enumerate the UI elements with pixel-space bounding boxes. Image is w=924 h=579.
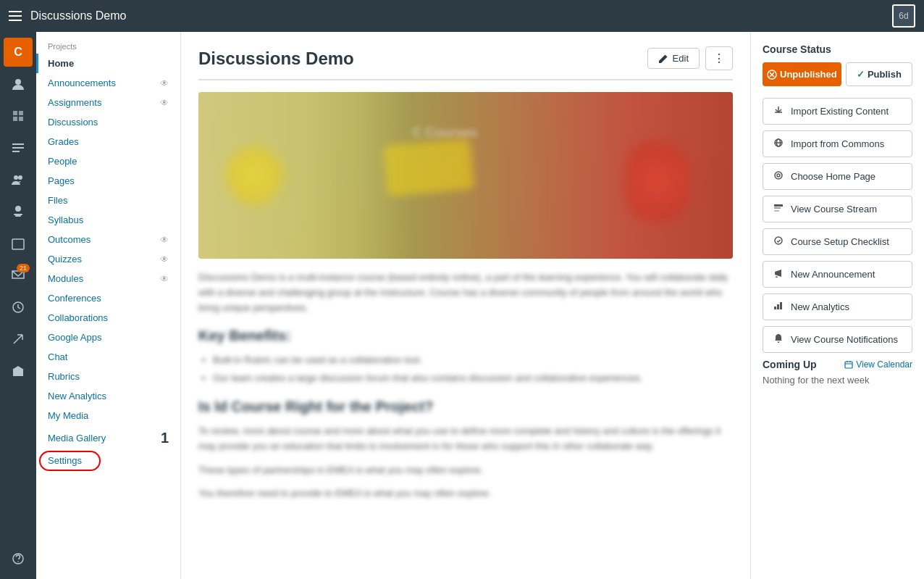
svg-point-1 <box>14 175 18 180</box>
course-setup-checklist-button[interactable]: Course Setup Checklist <box>763 228 912 255</box>
sidebar-item-outcomes[interactable]: Outcomes 👁 <box>36 230 180 249</box>
nav-inbox[interactable]: 21 <box>4 261 33 290</box>
sidebar-item-syllabus[interactable]: Syllabus <box>36 210 180 230</box>
notifications-icon <box>772 333 785 346</box>
import-existing-label: Import Existing Content <box>791 106 889 117</box>
topbar-avatar[interactable]: 6d <box>892 4 915 28</box>
nav-institutions[interactable] <box>4 357 33 386</box>
sidebar-item-google-apps[interactable]: Google Apps <box>36 328 180 347</box>
sidebar-item-people[interactable]: People <box>36 151 180 171</box>
new-announcement-label: New Announcement <box>791 269 875 280</box>
nav-help[interactable] <box>4 544 33 573</box>
course-hero-image: C Courses <box>198 92 733 259</box>
unpublished-button[interactable]: Unpublished <box>763 62 841 86</box>
course-body-para-1: Discussions Demo is a multi-instance cou… <box>198 270 733 315</box>
course-body-heading-1: Key Benefits: <box>198 324 733 347</box>
nav-calendar[interactable] <box>4 229 33 258</box>
sidebar-item-modules[interactable]: Modules 👁 <box>36 269 180 288</box>
assignments-eye-icon: 👁 <box>160 98 169 108</box>
sidebar-item-media-gallery[interactable]: Media Gallery 1 <box>36 425 180 451</box>
view-course-notifications-button[interactable]: View Course Notifications <box>763 326 912 353</box>
nav-courses[interactable] <box>4 133 33 162</box>
nav-commons[interactable] <box>4 325 33 354</box>
inbox-badge: 21 <box>17 264 30 272</box>
nav-account[interactable] <box>4 70 33 99</box>
svg-point-15 <box>777 174 780 177</box>
announcement-icon <box>772 268 785 280</box>
publish-check-icon: ✓ <box>857 69 865 80</box>
nav-dashboard[interactable] <box>4 101 33 130</box>
sidebar-item-files[interactable]: Files <box>36 191 180 210</box>
sidebar-item-grades[interactable]: Grades <box>36 132 180 151</box>
sidebar-modules-label: Modules <box>48 273 83 284</box>
svg-point-19 <box>775 237 782 244</box>
sidebar: Projects Home Announcements 👁 Assignment… <box>36 32 181 579</box>
svg-rect-21 <box>777 304 779 309</box>
svg-rect-18 <box>774 210 779 212</box>
import-existing-icon <box>772 105 785 117</box>
nav-groups[interactable] <box>4 165 33 194</box>
svg-point-3 <box>15 206 21 212</box>
nothing-text: Nothing for the next week <box>763 375 912 386</box>
course-body-para-4: You therefore need to provide to EMEA is… <box>198 486 733 501</box>
unpublished-icon <box>767 70 777 80</box>
publish-button[interactable]: ✓ Publish <box>846 62 912 86</box>
nav-canvas-logo[interactable]: C <box>4 38 33 67</box>
import-existing-content-button[interactable]: Import Existing Content <box>763 98 912 125</box>
sidebar-item-quizzes[interactable]: Quizzes 👁 <box>36 249 180 269</box>
import-commons-button[interactable]: Import from Commons <box>763 130 912 157</box>
announcements-eye-icon: 👁 <box>160 78 169 88</box>
sidebar-item-home[interactable]: Home <box>36 54 180 73</box>
sidebar-media-gallery-label: Media Gallery <box>48 433 106 443</box>
nav-rail: C 21 <box>0 32 36 579</box>
new-announcement-button[interactable]: New Announcement <box>763 261 912 288</box>
edit-button[interactable]: Edit <box>647 48 700 69</box>
sidebar-files-label: Files <box>48 195 67 206</box>
sidebar-discussions-label: Discussions <box>48 117 98 128</box>
view-calendar-link[interactable]: View Calendar <box>844 359 912 370</box>
more-options-button[interactable]: ⋮ <box>705 46 733 70</box>
sidebar-item-my-media[interactable]: My Media <box>36 406 180 425</box>
choose-home-page-button[interactable]: Choose Home Page <box>763 163 912 190</box>
course-body-heading-2: Is ld Course Right for the Project? <box>198 395 733 418</box>
sidebar-home-label: Home <box>48 58 74 69</box>
nav-history[interactable] <box>4 293 33 322</box>
sidebar-item-pages[interactable]: Pages <box>36 171 180 191</box>
hamburger-menu[interactable] <box>9 11 22 21</box>
choose-home-icon <box>772 170 785 183</box>
sidebar-item-conferences[interactable]: Conferences <box>36 288 180 308</box>
sidebar-announcements-label: Announcements <box>48 78 116 88</box>
sidebar-collaborations-label: Collaborations <box>48 312 108 323</box>
sidebar-google-apps-label: Google Apps <box>48 332 101 343</box>
new-analytics-label: New Analytics <box>791 301 849 312</box>
edit-label: Edit <box>673 53 689 64</box>
sidebar-item-collaborations[interactable]: Collaborations <box>36 308 180 328</box>
analytics-icon <box>772 301 785 313</box>
view-course-stream-button[interactable]: View Course Stream <box>763 196 912 222</box>
sidebar-item-chat[interactable]: Chat <box>36 347 180 367</box>
sidebar-item-new-analytics[interactable]: New Analytics <box>36 386 180 406</box>
nav-people[interactable] <box>4 197 33 226</box>
sidebar-item-rubrics[interactable]: Rubrics <box>36 367 180 386</box>
modules-eye-icon: 👁 <box>160 274 169 284</box>
course-body-para-2: To review, more about course and more ab… <box>198 424 733 454</box>
course-body-list: Built-in Rubric can be used as a collabo… <box>213 353 733 386</box>
svg-rect-23 <box>845 362 852 368</box>
sidebar-syllabus-label: Syllabus <box>48 214 83 225</box>
page-title: Discussions Demo <box>198 49 354 69</box>
outcomes-eye-icon: 👁 <box>160 235 169 245</box>
media-gallery-number: 1 <box>161 430 169 446</box>
content-header: Discussions Demo Edit ⋮ <box>198 46 733 80</box>
choose-home-label: Choose Home Page <box>791 171 875 182</box>
topbar-left: Discussions Demo <box>9 9 126 22</box>
import-commons-label: Import from Commons <box>791 138 884 149</box>
sidebar-item-announcements[interactable]: Announcements 👁 <box>36 73 180 93</box>
new-analytics-button[interactable]: New Analytics <box>763 293 912 320</box>
sidebar-item-settings[interactable]: Settings <box>36 451 180 470</box>
sidebar-item-discussions[interactable]: Discussions <box>36 112 180 132</box>
status-row: Unpublished ✓ Publish <box>763 62 912 86</box>
sidebar-pages-label: Pages <box>48 175 75 186</box>
sidebar-item-assignments[interactable]: Assignments 👁 <box>36 93 180 112</box>
topbar: Discussions Demo 6d <box>0 0 924 32</box>
setup-checklist-label: Course Setup Checklist <box>791 236 889 247</box>
